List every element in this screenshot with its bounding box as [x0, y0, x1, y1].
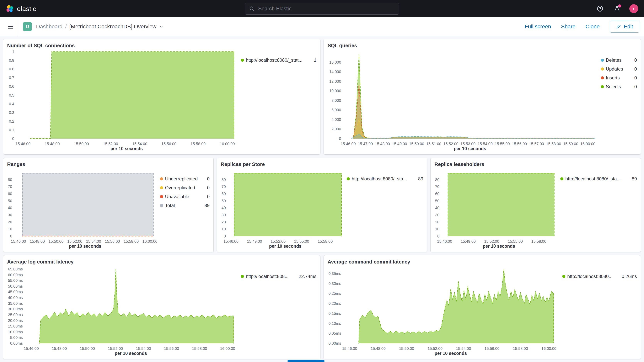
chart-series [234, 173, 342, 236]
axis-label: 2,000 [332, 127, 341, 131]
axis-label: 15:56:00 [162, 142, 176, 146]
axis-label: 0.30ms [328, 282, 341, 286]
axis-label: 15:50:00 [74, 142, 89, 146]
legend-item[interactable]: http://localhost:8080/_sta...89 [560, 176, 637, 182]
axis-label: 15:49:00 [392, 142, 407, 146]
elastic-logo[interactable]: elastic [6, 5, 36, 13]
axis-label: 16:00:00 [142, 239, 158, 244]
axis-label: 15:50:00 [409, 142, 424, 146]
share-button[interactable]: Share [561, 24, 576, 30]
sql-queries-chart[interactable]: 02,0004,0006,0008,00010,00012,00014,0001… [326, 49, 600, 152]
chevron-down-icon[interactable] [159, 24, 164, 29]
chart-legend: http://localhost:8080/_stat...1 [240, 49, 318, 152]
dashboard-toolbar: D Dashboard / [Metricbeat CockroachDB] O… [0, 17, 644, 36]
axis-label: 10,000 [329, 89, 341, 93]
axis-label: per 10 seconds [483, 244, 515, 249]
axis-label: 15:48:00 [375, 142, 390, 146]
legend-dot [601, 68, 604, 70]
axis-label: per 10 seconds [110, 146, 143, 151]
axis-label: 15:47:00 [358, 142, 373, 146]
panel-sql-queries: SQL queries 02,0004,0006,0008,00010,0001… [324, 39, 641, 154]
axis-label: 15:56:00 [164, 346, 179, 351]
legend-label: http://localhost:808... [246, 274, 288, 279]
global-search[interactable] [245, 3, 399, 15]
panel-title[interactable]: Ranges [7, 161, 211, 167]
avg-log-commit-latency-chart[interactable]: 0.00ms5.00ms10.00ms15.00ms20.00ms25.00ms… [6, 265, 240, 357]
avg-command-commit-latency-chart[interactable]: 0.00ms0.05ms0.10ms0.15ms0.20ms0.25ms0.30… [326, 265, 562, 357]
legend-item[interactable]: http://localhost:808...22.74ms [241, 274, 316, 279]
axis-label: 60 [222, 192, 226, 196]
panel-title[interactable]: Replicas per Store [221, 161, 424, 167]
page-title[interactable]: [Metricbeat CockroachDB] Overview [70, 24, 164, 30]
legend-item[interactable]: Deletes0 [601, 58, 637, 63]
legend-dot [562, 275, 565, 278]
legend-item[interactable]: Underreplicated0 [160, 176, 210, 182]
newsfeed-flask-icon[interactable] [612, 4, 622, 13]
search-input[interactable] [258, 6, 395, 12]
panel-title[interactable]: Average log commit latency [7, 259, 318, 265]
axis-label: 15:54:00 [136, 346, 151, 351]
sql-connections-chart[interactable]: 00.10.20.30.40.50.60.70.80.9115:46:0015:… [6, 49, 240, 152]
axis-label: 15:50:00 [80, 346, 95, 351]
clone-button[interactable]: Clone [586, 24, 600, 30]
axis-label: 0.25ms [328, 291, 341, 296]
panel-title[interactable]: Number of SQL connections [7, 42, 318, 48]
axis-label: 15.00ms [8, 324, 23, 328]
axis-label: per 10 seconds [434, 351, 467, 356]
ranges-chart[interactable]: 0102030405060708015:46:0015:48:0015:50:0… [6, 168, 160, 250]
elastic-logo-icon [6, 5, 14, 13]
legend-item[interactable]: Total89 [160, 203, 210, 208]
legend-dot [160, 186, 163, 189]
legend-item[interactable]: Unavailable0 [160, 194, 210, 199]
legend-label: http://localhost:8080/_stat... [246, 58, 302, 63]
axis-label: 0.4 [9, 102, 14, 106]
axis-label: 6,000 [332, 108, 341, 112]
edit-button[interactable]: Edit [610, 21, 639, 32]
breadcrumb-dashboard-link[interactable]: Dashboard [36, 24, 62, 30]
axis-label: per 10 seconds [454, 146, 486, 151]
replica-leaseholders-chart[interactable]: 0102030405060708015:46:0015:49:0015:52:0… [433, 168, 560, 250]
axis-label: 70 [222, 184, 226, 189]
legend-item[interactable]: Inserts0 [601, 75, 637, 80]
axis-label: 15:58:00 [190, 142, 206, 146]
axis-label: 20 [435, 220, 440, 224]
menu-icon[interactable] [3, 17, 18, 36]
notification-badge [618, 4, 621, 8]
full-screen-button[interactable]: Full screen [525, 24, 551, 30]
axis-label: 15:54:00 [132, 142, 147, 146]
legend-item[interactable]: Updates0 [601, 66, 637, 72]
axis-label: 15:56:00 [105, 239, 120, 244]
axis-label: 15:56:00 [512, 142, 527, 146]
legend-item[interactable]: http://localhost:8080/_stat...1 [241, 58, 316, 63]
axis-label: per 10 seconds [269, 244, 301, 249]
panel-title[interactable]: Average command commit latency [328, 259, 638, 265]
legend-item[interactable]: Selects0 [601, 84, 637, 90]
axis-label: 16:00:00 [542, 346, 556, 351]
axis-label: 8,000 [332, 98, 341, 102]
axis-label: 14,000 [329, 70, 341, 74]
legend-label: Inserts [606, 75, 620, 80]
panel-title[interactable]: SQL queries [328, 42, 638, 48]
legend-item[interactable]: Overreplicated0 [160, 185, 210, 190]
panel-title[interactable]: Replica leaseholders [434, 161, 638, 167]
dashboard-badge[interactable]: D [23, 22, 32, 31]
axis-label: 5.00ms [10, 336, 23, 340]
axis-label: 15:50:00 [48, 239, 64, 244]
legend-value: 0 [204, 185, 210, 190]
legend-item[interactable]: http://localhost:8080/_sta...89 [347, 176, 423, 182]
help-icon[interactable] [596, 4, 605, 13]
axis-label: 65.00ms [8, 267, 23, 271]
legend-value: 89 [415, 176, 423, 182]
axis-label: 70 [435, 184, 440, 189]
avatar[interactable]: r [629, 4, 638, 13]
panel-number-of-sql-connections: Number of SQL connections 00.10.20.30.40… [3, 39, 320, 154]
replicas-per-store-chart[interactable]: 0102030405060708015:46:0015:49:0015:52:0… [220, 168, 346, 250]
horizontal-scrollbar-thumb[interactable] [288, 360, 324, 362]
chart-series [30, 52, 234, 138]
legend-item[interactable]: http://localhost:8080...0.26ms [562, 274, 637, 279]
axis-label: 50 [222, 199, 226, 203]
axis-label: 60.00ms [8, 273, 23, 277]
panel-replica-leaseholders: Replica leaseholders 0102030405060708015… [430, 158, 641, 252]
chart-series [353, 84, 594, 138]
chart-legend: http://localhost:808...22.74ms [240, 265, 318, 357]
